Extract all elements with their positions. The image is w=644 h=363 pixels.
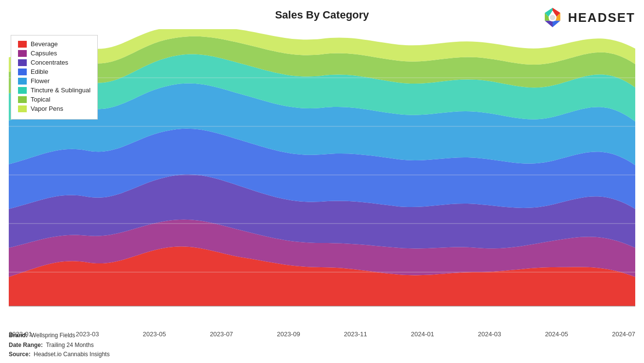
x-label-4: 2023-09 <box>277 330 300 338</box>
x-label-3: 2023-07 <box>210 330 233 338</box>
legend-label: Topical <box>31 96 50 103</box>
legend-item: Topical <box>18 96 90 103</box>
headset-logo-icon <box>541 6 564 29</box>
brand-label: Brand: <box>9 332 28 339</box>
x-label-7: 2024-03 <box>478 330 501 338</box>
legend-color-box <box>18 59 27 66</box>
x-label-2: 2023-05 <box>143 330 166 338</box>
footer-date: Date Range: Trailing 24 Months <box>9 341 109 350</box>
legend: BeverageCapsulesConcentratesEdibleFlower… <box>11 35 98 120</box>
legend-item: Beverage <box>18 40 90 48</box>
x-label-5: 2023-11 <box>344 330 367 338</box>
legend-label: Capsules <box>31 50 57 57</box>
legend-color-box <box>18 78 27 85</box>
legend-color-box <box>18 41 27 48</box>
legend-color-box <box>18 69 27 75</box>
footer-source: Source: Headset.io Cannabis Insights <box>9 350 109 359</box>
legend-color-box <box>18 50 27 57</box>
legend-label: Vapor Pens <box>31 105 63 112</box>
logo: HEADSET <box>541 6 635 29</box>
legend-label: Edible <box>31 68 48 75</box>
legend-item: Capsules <box>18 50 90 57</box>
x-label-6: 2024-01 <box>411 330 434 338</box>
legend-label: Flower <box>31 77 50 85</box>
source-value: Headset.io Cannabis Insights <box>34 351 109 358</box>
footer-info: Brand: Wellspring Fields Date Range: Tra… <box>9 331 109 359</box>
legend-color-box <box>18 105 27 112</box>
legend-item: Vapor Pens <box>18 105 90 112</box>
x-label-8: 2024-05 <box>545 330 568 338</box>
legend-item: Flower <box>18 77 90 85</box>
source-label: Source: <box>9 351 31 358</box>
legend-color-box <box>18 87 27 94</box>
legend-item: Concentrates <box>18 59 90 66</box>
date-value: Trailing 24 Months <box>46 342 93 348</box>
chart-container: Sales By Category HEADSET BeverageCapsul… <box>0 0 644 363</box>
legend-color-box <box>18 96 27 103</box>
legend-label: Beverage <box>31 40 58 48</box>
legend-label: Concentrates <box>31 59 68 66</box>
date-label: Date Range: <box>9 342 43 348</box>
logo-text: HEADSET <box>568 10 635 25</box>
svg-point-2 <box>550 15 555 20</box>
brand-value: Wellspring Fields <box>31 332 75 339</box>
x-label-9: 2024-07 <box>612 330 635 338</box>
legend-item: Edible <box>18 68 90 75</box>
footer-brand: Brand: Wellspring Fields <box>9 331 109 340</box>
legend-label: Tincture & Sublingual <box>31 86 90 94</box>
legend-item: Tincture & Sublingual <box>18 86 90 94</box>
